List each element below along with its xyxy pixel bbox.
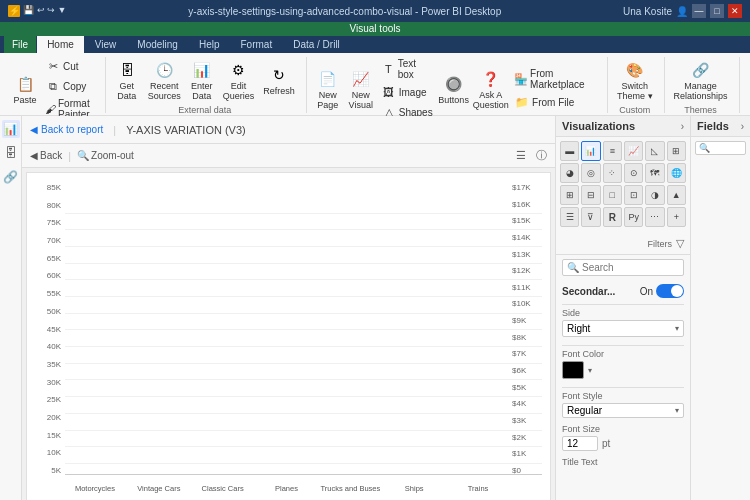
info-icon[interactable]: ⓘ [536,148,547,163]
text-box-button[interactable]: TText box [379,57,435,81]
viz-filled-map[interactable]: 🌐 [667,163,686,183]
image-button[interactable]: 🖼Image [379,83,435,101]
fields-panel-arrow[interactable]: › [741,121,744,132]
viz-py[interactable]: Py [624,207,643,227]
viz-donut[interactable]: ◎ [581,163,600,183]
separator [562,304,684,305]
edit-queries-button[interactable]: ⚙ EditQueries [220,57,258,103]
bar-label-trains: Trains [448,484,508,493]
get-data-button[interactable]: 🗄 GetData [112,57,142,103]
fields-panel: Fields › 🔍 [690,116,750,500]
font-size-input[interactable] [562,436,598,451]
toggle-knob [671,285,683,297]
tab-view[interactable]: View [85,36,127,53]
viz-clustered-bar[interactable]: ≡ [603,141,622,161]
bar-group-vintage-cars: Vintage Cars [129,183,189,475]
new-page-icon: 📄 [317,68,339,90]
fields-panel-title: Fields [697,120,729,132]
tab-data-drill[interactable]: Data / Drill [283,36,350,53]
ask-question-button[interactable]: ❓ Ask AQuestion [473,66,510,112]
ribbon-group-clipboard: 📋 Paste ✂Cut ⧉Copy 🖌Format Painter Clipb… [6,57,106,113]
font-size-field-row: Font Size pt [562,424,684,451]
new-column-button[interactable]: ⊞New Column [746,83,750,107]
bar-group-classic-cars: Classic Cars [193,183,253,475]
bar-label-trucks: Trucks and Buses [320,484,380,493]
viz-stacked-bar[interactable]: ▬ [560,141,579,161]
canvas-toolbar: ◀ Back to report | Y-AXIS VARIATION (V3) [22,116,555,144]
close-button[interactable]: ✕ [728,4,742,18]
new-page-button[interactable]: 📄 NewPage [313,66,343,112]
viz-stacked-area[interactable]: ⊞ [667,141,686,161]
title-text-field-row: Title Text [562,457,684,467]
viz-more[interactable]: ⋯ [645,207,664,227]
side-field-row: Side Right ▾ [562,308,684,337]
color-dropdown-arrow[interactable]: ▾ [588,366,592,375]
recent-sources-button[interactable]: 🕒 RecentSources [145,57,184,103]
viz-map[interactable]: 🗺 [645,163,664,183]
visual-tools-label: Visual tools [350,23,401,34]
viz-panel-arrow[interactable]: › [681,121,684,132]
viz-funnel[interactable]: ⊽ [581,207,600,227]
back-to-report-label: Back to report [41,124,103,135]
refresh-button[interactable]: ↻ Refresh [260,62,298,98]
viz-multi-card[interactable]: ⊡ [624,185,643,205]
viz-r[interactable]: R [603,207,622,227]
section-header[interactable]: Secondar... On [562,284,684,298]
buttons-button[interactable]: 🔘 Buttons [438,71,470,107]
viz-slicer[interactable]: ☰ [560,207,579,227]
enter-data-button[interactable]: 📊 EnterData [187,57,217,103]
ribbon-group-themes: 🔗 ManageRelationships Themes [667,57,740,113]
color-swatch[interactable] [562,361,584,379]
bar-group-planes: Planes [257,183,317,475]
canvas-sub-toolbar: ◀ Back | 🔍 Zoom-out ☰ ⓘ [22,144,555,168]
from-marketplace-button[interactable]: 🏪From Marketplace [512,67,599,91]
new-measure-button[interactable]: ∑New Measure [746,57,750,81]
nav-report-icon[interactable]: 📊 [2,120,20,138]
maximize-button[interactable]: □ [710,4,724,18]
copy-icon: ⧉ [45,78,61,94]
toggle-switch[interactable] [656,284,684,298]
cut-button[interactable]: ✂Cut [43,57,97,75]
search-input[interactable] [582,262,690,273]
ribbon-body: 📋 Paste ✂Cut ⧉Copy 🖌Format Painter Clipb… [0,53,750,116]
nav-model-icon[interactable]: 🔗 [2,168,20,186]
viz-gauge[interactable]: ◑ [645,185,664,205]
copy-button[interactable]: ⧉Copy [43,77,97,95]
minimize-button[interactable]: — [692,4,706,18]
viz-area[interactable]: ◺ [645,141,664,161]
list-icon[interactable]: ☰ [516,149,526,162]
viz-custom[interactable]: + [667,207,686,227]
viz-pie[interactable]: ◕ [560,163,579,183]
nav-data-icon[interactable]: 🗄 [2,144,20,162]
font-style-dropdown[interactable]: Regular ▾ [562,403,684,418]
viz-line[interactable]: 📈 [624,141,643,161]
tab-modeling[interactable]: Modeling [127,36,188,53]
back-to-report-button[interactable]: ◀ Back to report [30,124,103,135]
paste-button[interactable]: 📋 Paste [10,71,40,107]
zoom-out-button[interactable]: 🔍 Zoom-out [77,150,134,161]
viz-bar-chart[interactable]: 📊 [581,141,600,161]
filter-icon[interactable]: ▽ [676,237,684,250]
manage-relationships-button[interactable]: 🔗 ManageRelationships [671,57,731,103]
color-picker: ▾ [562,361,684,379]
viz-bubble[interactable]: ⊙ [624,163,643,183]
new-visual-button[interactable]: 📈 NewVisual [346,66,376,112]
back-button[interactable]: ◀ Back [30,150,62,161]
viz-scatter[interactable]: ⁘ [603,163,622,183]
viz-card[interactable]: □ [603,185,622,205]
tab-help[interactable]: Help [189,36,230,53]
viz-matrix[interactable]: ⊟ [581,185,600,205]
manage-relationships-icon: 🔗 [690,59,712,81]
from-file-button[interactable]: 📁From File [512,93,599,111]
viz-kpi[interactable]: ▲ [667,185,686,205]
font-style-label: Font Style [562,391,684,401]
tab-home[interactable]: Home [37,36,84,53]
tab-file[interactable]: File [4,36,36,53]
side-dropdown[interactable]: Right ▾ [562,320,684,337]
title-bar-right: Una Kosite 👤 — □ ✕ [623,4,742,18]
back-arrow-icon: ◀ [30,124,38,135]
bar-group-trucks: Trucks and Buses [320,183,380,475]
viz-table[interactable]: ⊞ [560,185,579,205]
switch-theme-button[interactable]: 🎨 SwitchTheme ▾ [614,57,656,103]
tab-format[interactable]: Format [230,36,282,53]
